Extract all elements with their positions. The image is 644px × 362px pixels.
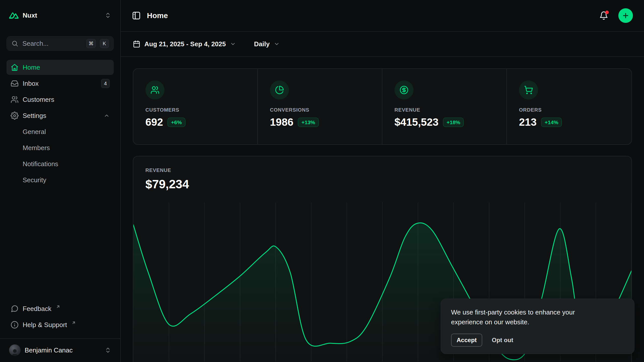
stat-delta-badge: +18% — [443, 118, 464, 127]
calendar-icon — [133, 40, 140, 48]
pie-chart-icon — [270, 80, 289, 100]
notification-dot — [605, 11, 609, 14]
cookie-banner: We use first-party cookies to enhance yo… — [441, 299, 634, 354]
sidebar-subitem-label: Security — [23, 176, 46, 184]
stat-value: 692 — [145, 117, 163, 127]
users-icon — [11, 96, 19, 104]
sidebar-nav: Home Inbox 4 Customers Settings General — [7, 60, 114, 188]
stat-label: ORDERS — [519, 107, 619, 113]
external-link-icon — [71, 321, 76, 325]
home-icon — [11, 63, 19, 71]
user-section: Benjamin Canac — [0, 338, 120, 362]
workspace-switcher[interactable]: Nuxt — [7, 8, 114, 23]
shopping-cart-icon — [519, 80, 538, 100]
message-bubble-icon — [11, 305, 19, 313]
chevron-down-icon — [230, 41, 236, 47]
gear-icon — [11, 112, 19, 120]
search-box[interactable]: ⌘ K — [7, 36, 114, 51]
filter-bar: Aug 21, 2025 - Sep 4, 2025 Daily — [121, 32, 644, 57]
kbd-k: K — [100, 39, 109, 48]
sidebar-item-security[interactable]: Security — [7, 172, 114, 188]
revenue-chart-label: REVENUE — [145, 167, 619, 173]
chevrons-up-down-icon — [105, 347, 111, 353]
users-icon — [145, 80, 165, 100]
user-menu[interactable]: Benjamin Canac — [7, 343, 114, 357]
revenue-chart-value: $79,234 — [145, 177, 619, 191]
sidebar: Nuxt ⌘ K Home Inbox 4 — [0, 0, 121, 362]
search-icon — [11, 40, 18, 47]
chevrons-up-down-icon — [105, 12, 111, 19]
feedback-label: Feedback — [23, 305, 51, 313]
stat-delta-badge: +6% — [168, 118, 185, 127]
help-support-label: Help & Support — [23, 321, 67, 329]
nuxt-logo-icon — [9, 12, 19, 19]
sidebar-subitem-label: Notifications — [23, 160, 58, 168]
sidebar-item-customers[interactable]: Customers — [7, 92, 114, 107]
stat-value: 1986 — [270, 117, 293, 127]
stat-card-orders[interactable]: ORDERS 213 +14% — [507, 69, 631, 144]
sidebar-subitem-label: General — [23, 128, 46, 136]
inbox-count-badge: 4 — [101, 79, 110, 88]
add-button[interactable] — [618, 8, 633, 23]
external-link-icon — [56, 304, 60, 309]
stat-value: $415,523 — [394, 117, 438, 127]
sidebar-item-label: Home — [23, 64, 40, 71]
sidebar-item-home[interactable]: Home — [7, 60, 114, 75]
search-input[interactable] — [22, 40, 82, 48]
sidebar-item-notifications[interactable]: Notifications — [7, 156, 114, 171]
sidebar-item-members[interactable]: Members — [7, 140, 114, 155]
chevron-down-icon — [274, 41, 280, 47]
sidebar-footer: Feedback Help & Support — [7, 301, 114, 332]
sidebar-collapse-button[interactable] — [132, 11, 141, 20]
help-support-link[interactable]: Help & Support — [7, 317, 114, 332]
inbox-icon — [11, 79, 19, 87]
cookie-optout-button[interactable]: Opt out — [492, 334, 513, 346]
sidebar-item-label: Inbox — [23, 80, 39, 87]
sidebar-item-label: Customers — [23, 96, 54, 104]
sidebar-item-label: Settings — [23, 112, 46, 120]
sidebar-item-general[interactable]: General — [7, 124, 114, 139]
cookie-accept-button[interactable]: Accept — [451, 334, 482, 347]
sidebar-item-inbox[interactable]: Inbox 4 — [7, 76, 114, 91]
sidebar-item-settings[interactable]: Settings — [7, 108, 114, 123]
stat-label: REVENUE — [394, 107, 494, 113]
feedback-link[interactable]: Feedback — [7, 301, 114, 316]
stat-card-customers[interactable]: CUSTOMERS 692 +6% — [133, 69, 258, 144]
user-name: Benjamin Canac — [25, 346, 73, 354]
info-circle-icon — [11, 321, 19, 329]
period-select[interactable]: Daily — [254, 40, 280, 48]
brand-name: Nuxt — [23, 12, 37, 19]
date-range-picker[interactable]: Aug 21, 2025 - Sep 4, 2025 — [133, 40, 236, 48]
page-title: Home — [147, 11, 168, 20]
stat-delta-badge: +13% — [298, 118, 318, 127]
plus-icon — [622, 12, 629, 19]
kbd-cmd: ⌘ — [86, 39, 96, 48]
stat-value: 213 — [519, 117, 537, 127]
avatar — [9, 344, 21, 356]
cookie-message: We use first-party cookies to enhance yo… — [451, 307, 602, 327]
panel-left-icon — [132, 11, 141, 20]
stat-card-revenue[interactable]: REVENUE $415,523 +18% — [382, 69, 507, 144]
top-header: Home — [121, 0, 644, 32]
stat-delta-badge: +14% — [541, 118, 562, 127]
stat-label: CUSTOMERS — [145, 107, 245, 113]
stats-row: CUSTOMERS 692 +6% CONVERSIONS 1986 +13% — [133, 68, 632, 145]
sidebar-subitem-label: Members — [23, 144, 50, 152]
stat-card-conversions[interactable]: CONVERSIONS 1986 +13% — [258, 69, 382, 144]
notifications-button[interactable] — [599, 11, 608, 20]
dollar-circle-icon — [394, 80, 414, 100]
period-label: Daily — [254, 40, 270, 48]
chevron-up-icon — [104, 113, 110, 119]
date-range-label: Aug 21, 2025 - Sep 4, 2025 — [144, 40, 226, 48]
stat-label: CONVERSIONS — [270, 107, 370, 113]
